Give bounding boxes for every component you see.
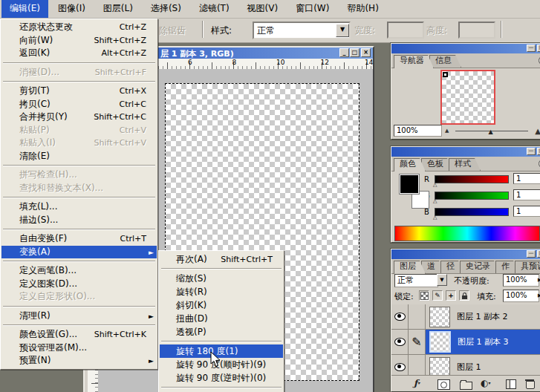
add-mask-button[interactable] — [437, 379, 450, 390]
eye-icon[interactable] — [394, 338, 406, 346]
color-tab[interactable]: 样式 — [449, 158, 481, 171]
lock-paint-icon[interactable]: ✎ — [432, 290, 443, 301]
transform-submenu-item[interactable]: 缩放(S) — [160, 272, 283, 285]
layer-row[interactable]: 图层 1 副本 2 — [391, 304, 540, 330]
panel-minimize-button[interactable]: — — [527, 45, 536, 52]
fill-input[interactable]: 100% — [503, 290, 539, 302]
zoom-out-icon[interactable]: ▲ — [445, 128, 449, 134]
transform-submenu-item[interactable]: 斜切(K) — [160, 298, 283, 312]
eye-icon[interactable] — [394, 313, 406, 321]
foreground-color-swatch[interactable] — [399, 174, 420, 195]
channel-slider-thumb[interactable]: △ — [433, 182, 437, 188]
doc-maximize-button[interactable]: □ — [350, 48, 360, 57]
layers-tab[interactable]: 具预设 — [515, 261, 540, 273]
edit-menu-item[interactable]: 颜色设置(G)...Shift+Ctrl+K — [1, 328, 157, 342]
layer-thumbnail[interactable] — [429, 331, 451, 353]
opacity-input[interactable]: 100% — [503, 274, 539, 287]
menubar-item[interactable]: 选择(S) — [143, 0, 189, 18]
lock-all-icon[interactable] — [459, 290, 469, 301]
zoom-slider[interactable]: ▲ — [455, 131, 528, 131]
edit-menu-item[interactable]: 查找和替换文本(X)... — [1, 182, 157, 195]
panel-close-button[interactable]: □ — [537, 45, 540, 52]
edit-menu-item[interactable]: 定义图案(D)... — [1, 278, 157, 291]
channel-slider-thumb[interactable]: △ — [433, 198, 437, 204]
menubar-item[interactable]: 视图(V) — [239, 0, 287, 18]
color-spectrum-bar[interactable] — [394, 226, 540, 241]
transform-submenu-item[interactable]: 旋转 90 度(顺时针)(9) — [160, 358, 283, 371]
edit-menu-item[interactable]: 拼写检查(H)... — [1, 169, 157, 182]
style-dropdown[interactable]: 正常 ▼ — [253, 22, 351, 39]
doc-close-button[interactable]: × — [361, 48, 371, 57]
menubar-item[interactable]: 图层(L) — [95, 0, 141, 18]
channel-value-input[interactable]: 1 — [513, 189, 540, 200]
panel-minimize-button[interactable]: — — [527, 250, 536, 258]
layers-titlebar[interactable]: — □ — [391, 249, 540, 259]
layer-main[interactable]: 图层 1 副本 2 — [426, 304, 540, 329]
navigator-tab[interactable]: 信息 — [429, 55, 461, 68]
visibility-cell[interactable] — [391, 330, 409, 354]
transform-submenu-item[interactable]: 旋转 180 度(1) — [160, 344, 283, 358]
color-tab[interactable]: 色板 — [421, 158, 453, 171]
visibility-cell[interactable] — [391, 304, 409, 329]
panel-close-button[interactable]: □ — [537, 148, 540, 155]
edit-menu-item[interactable]: 预置(N)► — [1, 354, 157, 368]
lock-move-icon[interactable]: + — [446, 290, 456, 301]
transform-submenu-item[interactable]: 透视(P) — [160, 325, 283, 339]
navigator-tab[interactable]: 导航器 — [394, 55, 434, 68]
layer-main[interactable]: 图层 1 副本 3 — [426, 330, 540, 354]
link-cell[interactable]: ✎ — [409, 330, 426, 354]
channel-value-input[interactable]: 1 — [513, 206, 540, 217]
menubar-item[interactable]: 窗口(W) — [287, 0, 337, 18]
zoom-slider-thumb[interactable]: ▲ — [488, 128, 492, 135]
edit-menu-item[interactable]: 填充(L)... — [1, 200, 157, 214]
zoom-percent-input[interactable]: 100% — [394, 125, 442, 137]
edit-menu-item[interactable]: 拷贝(C)Ctrl+C — [1, 98, 157, 111]
channel-slider-thumb[interactable]: △ — [433, 215, 437, 220]
menubar-item[interactable]: 帮助(H) — [339, 0, 386, 18]
edit-menu-item[interactable]: 清理(R)► — [1, 310, 157, 323]
chevron-down-icon[interactable]: ▼ — [336, 24, 349, 37]
color-tab[interactable]: 颜色 — [394, 158, 426, 172]
edit-menu-item[interactable]: 定义画笔(B)... — [1, 264, 157, 278]
layer-row[interactable]: ✎图层 1 副本 3 — [391, 330, 540, 355]
lock-transparency-icon[interactable] — [419, 290, 429, 301]
edit-menu-item[interactable]: 预设管理器(M)... — [1, 342, 157, 355]
menubar-item[interactable]: 滤镜(T) — [191, 0, 238, 18]
edit-menu-item[interactable]: 向前(W)Shift+Ctrl+Z — [1, 34, 157, 48]
panel-close-button[interactable]: □ — [537, 250, 540, 258]
layers-tab[interactable]: 史记录 — [460, 261, 500, 273]
new-group-button[interactable] — [460, 382, 472, 390]
width-input[interactable] — [387, 22, 424, 39]
delete-layer-button[interactable] — [526, 381, 535, 389]
adjustment-layer-button[interactable]: ◐▾ — [481, 378, 491, 388]
navigator-titlebar[interactable]: — □ — [391, 44, 540, 53]
channel-slider[interactable] — [435, 192, 509, 200]
color-titlebar[interactable]: — □ — [391, 147, 540, 157]
transform-submenu-item[interactable]: 扭曲(D) — [160, 312, 283, 325]
channel-slider[interactable] — [435, 175, 509, 183]
edit-menu-item[interactable]: 合并拷贝(Y)Shift+Ctrl+C — [1, 111, 157, 124]
edit-menu-item[interactable]: 粘贴(P)Ctrl+V — [1, 124, 157, 137]
layer-thumbnail[interactable] — [429, 307, 450, 327]
edit-menu-item[interactable]: 变换(A)► — [1, 246, 157, 259]
link-cell[interactable] — [409, 304, 426, 329]
edit-menu-item[interactable]: 清除(E) — [1, 150, 157, 163]
chevron-down-icon[interactable]: ▼ — [437, 274, 447, 286]
channel-value-input[interactable]: 1 — [513, 173, 540, 184]
menubar-item[interactable]: 编辑(E) — [1, 0, 48, 18]
menubar-item[interactable]: 图像(I) — [50, 0, 94, 18]
edit-menu-item[interactable]: 返回(K)Alt+Ctrl+Z — [1, 47, 157, 60]
doc-minimize-button[interactable]: _ — [339, 48, 349, 57]
layer-style-button[interactable]: ƒ▾ — [414, 378, 420, 388]
edit-menu-item[interactable]: 描边(S)... — [1, 214, 157, 227]
panel-minimize-button[interactable]: — — [527, 148, 536, 155]
transform-submenu-item[interactable]: 再次(A)Shift+Ctrl+T — [160, 252, 283, 266]
edit-menu-item[interactable]: 还原状态更改Ctrl+Z — [1, 21, 157, 34]
new-layer-button[interactable] — [506, 379, 516, 389]
navigator-thumbnail[interactable] — [440, 70, 495, 125]
zoom-in-icon[interactable]: ▲ — [535, 127, 540, 135]
edit-menu-item[interactable]: 粘贴入(I)Shift+Ctrl+V — [1, 137, 157, 150]
channel-slider[interactable] — [435, 208, 509, 216]
blend-mode-dropdown[interactable]: 正常 — [394, 274, 438, 287]
edit-menu-item[interactable]: 自由变换(F)Ctrl+T — [1, 232, 157, 246]
